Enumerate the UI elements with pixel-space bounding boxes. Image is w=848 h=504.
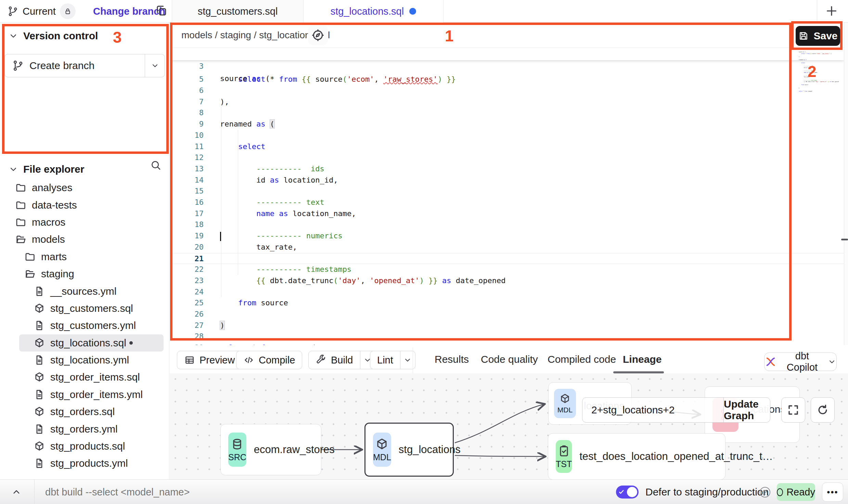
top-bar: Current Change branch stg_customers.sql … xyxy=(0,0,848,23)
code-line[interactable]: 7), xyxy=(170,96,844,108)
test-badge: TST xyxy=(556,440,572,473)
code-line[interactable]: 20 tax_rate, xyxy=(170,242,844,253)
tab-stg-customers[interactable]: stg_customers.sql xyxy=(172,0,303,23)
file-name: models xyxy=(32,234,65,245)
code-line[interactable]: 11 select xyxy=(170,141,844,152)
lineage-node-test[interactable]: TST test_does_location_opened_at_trunc_t… xyxy=(548,433,725,479)
code-editor[interactable]: 5 select * from {{ source('ecom', 'raw_s… xyxy=(170,48,844,345)
build-button[interactable]: Build xyxy=(308,351,375,369)
file-tree-item[interactable]: stg_products.sql xyxy=(0,438,169,455)
tab-results[interactable]: Results xyxy=(435,345,469,373)
code-line[interactable]: 17 name as location_name, xyxy=(170,208,844,220)
refresh-button[interactable] xyxy=(811,397,835,423)
chevron-down-icon xyxy=(8,31,18,41)
clipboard-check-icon xyxy=(557,444,571,458)
save-button[interactable]: Save xyxy=(796,26,840,46)
dbt-copilot-logo-icon xyxy=(765,356,777,368)
defer-toggle[interactable] xyxy=(616,486,639,499)
file-name: stg_order_items.sql xyxy=(50,371,140,383)
file-tree-item[interactable]: stg_locations.sql xyxy=(19,334,164,352)
version-control-header[interactable]: Version control xyxy=(8,30,98,42)
lineage-node-stg-locations[interactable]: MDL stg_locations xyxy=(364,423,454,477)
file-tree-item[interactable]: staging xyxy=(0,265,169,282)
code-line[interactable]: 14 id as location_id, xyxy=(170,175,844,186)
fullscreen-button[interactable] xyxy=(781,397,805,423)
chevron-down-icon xyxy=(151,61,159,70)
file-tree-item[interactable]: macros xyxy=(0,214,169,231)
file-tree-item[interactable]: stg_products.yml xyxy=(0,455,169,472)
code-line[interactable]: 9renamed as ( xyxy=(170,119,844,130)
code-line[interactable]: 6 xyxy=(170,85,844,96)
file-name: stg_order_items.yml xyxy=(50,389,143,400)
file-explorer-header[interactable]: File explorer xyxy=(8,163,84,175)
file-tree-item[interactable]: stg_orders.yml xyxy=(0,420,169,437)
tab-compiled-code[interactable]: Compiled code xyxy=(548,345,616,373)
code-line[interactable]: 23 {{ dbt.date_trunc('day', 'opened_at')… xyxy=(170,275,844,287)
file-tree-item[interactable]: data-tests xyxy=(0,196,169,213)
file-tree-item[interactable]: stg_orders.sql xyxy=(0,403,169,420)
code-line[interactable]: 5 select * from {{ source('ecom', 'raw_s… xyxy=(170,74,844,85)
search-icon[interactable] xyxy=(150,159,162,171)
copilot-compass-icon[interactable] xyxy=(308,25,328,45)
file-tree-item[interactable]: stg_order_items.sql xyxy=(0,369,169,386)
status-badge[interactable]: Ready xyxy=(777,483,815,501)
panel-resize-handle[interactable] xyxy=(841,239,848,240)
dbt-copilot-button[interactable]: dbt Copilot xyxy=(764,353,837,371)
bottom-toolbar: Preview Compile Build Lint Results Code … xyxy=(170,345,848,373)
copy-icon[interactable] xyxy=(155,4,168,17)
code-line[interactable]: 10 xyxy=(170,130,844,141)
chevron-down-icon xyxy=(8,164,18,174)
file-tree-item[interactable]: models xyxy=(0,231,169,248)
code-line[interactable]: 25 from source xyxy=(170,297,844,309)
code-line[interactable]: 29select * from renamed xyxy=(170,342,844,345)
code-line[interactable]: 22 ---------- timestamps xyxy=(170,264,844,275)
file-tree-item[interactable]: analyses xyxy=(0,179,169,196)
database-icon xyxy=(230,437,244,451)
file-name: macros xyxy=(32,216,65,228)
tab-stg-locations[interactable]: stg_locations.sql xyxy=(304,0,443,23)
file-name: marts xyxy=(41,251,67,263)
file-tree: analysesdata-testsmacrosmodelsmartsstagi… xyxy=(0,179,169,472)
help-icon[interactable]: ? xyxy=(760,487,770,498)
tab-code-quality[interactable]: Code quality xyxy=(481,345,538,373)
cube-icon xyxy=(559,393,571,404)
lineage-node-source[interactable]: SRC ecom.raw_stores xyxy=(220,424,321,475)
file-tree-item[interactable]: marts xyxy=(0,248,169,265)
command-input[interactable] xyxy=(45,480,558,504)
code-line[interactable]: 26 xyxy=(170,309,844,320)
file-tree-item[interactable]: stg_order_items.yml xyxy=(0,386,169,403)
code-line[interactable]: 21 xyxy=(170,253,844,264)
lineage-graph[interactable]: SRC ecom.raw_stores MDL stg_locations MD… xyxy=(170,373,848,479)
update-graph-button[interactable]: Update Graph xyxy=(723,398,770,422)
file-tree-item[interactable]: __sources.yml xyxy=(0,282,169,300)
code-line[interactable]: 28 xyxy=(170,331,844,342)
compile-button[interactable]: Compile xyxy=(236,351,302,369)
tab-lineage[interactable]: Lineage xyxy=(623,345,661,373)
toolbar-divider xyxy=(413,347,413,373)
code-line[interactable]: 13 ---------- ids xyxy=(170,163,844,175)
code-line[interactable]: 27) xyxy=(170,320,844,331)
current-branch-label: Current xyxy=(23,6,56,17)
lint-button[interactable]: Lint xyxy=(370,351,415,369)
more-options-button[interactable]: ••• xyxy=(822,482,843,502)
file-name: data-tests xyxy=(32,199,77,211)
code-line[interactable]: 18 xyxy=(170,219,844,230)
create-branch-button[interactable]: Create branch xyxy=(4,54,165,77)
file-tree-item[interactable]: stg_customers.yml xyxy=(0,317,169,334)
preview-button[interactable]: Preview xyxy=(177,351,242,369)
code-line[interactable]: 19 ---------- numerics xyxy=(170,230,844,242)
file-tree-item[interactable]: stg_customers.sql xyxy=(0,300,169,317)
file-tree-item[interactable]: stg_locations.yml xyxy=(0,352,169,369)
code-line[interactable]: 15 xyxy=(170,186,844,197)
lineage-filter-input[interactable] xyxy=(582,398,723,422)
chevron-up-icon[interactable] xyxy=(11,487,22,498)
code-line[interactable]: 8 xyxy=(170,107,844,119)
new-tab-plus-icon[interactable] xyxy=(825,4,838,18)
current-branch-chip[interactable]: Current xyxy=(8,0,76,23)
code-line[interactable]: 24 xyxy=(170,287,844,298)
code-line[interactable]: 16 ---------- text xyxy=(170,197,844,208)
modified-dot-icon xyxy=(129,341,133,345)
create-branch-dropdown[interactable] xyxy=(145,54,165,77)
code-line[interactable]: 12 xyxy=(170,152,844,163)
minimap[interactable]: source as ( select * from {{ source('eco… xyxy=(799,51,843,161)
